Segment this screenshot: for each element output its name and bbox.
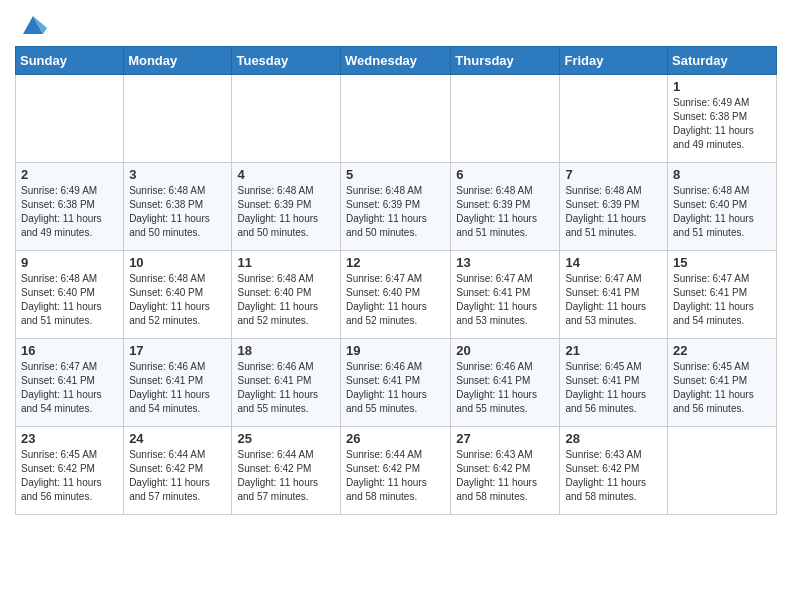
- day-info: Sunrise: 6:46 AM Sunset: 6:41 PM Dayligh…: [237, 360, 335, 416]
- day-number: 21: [565, 343, 662, 358]
- calendar-cell: 2Sunrise: 6:49 AM Sunset: 6:38 PM Daylig…: [16, 163, 124, 251]
- calendar-cell: [451, 75, 560, 163]
- day-number: 11: [237, 255, 335, 270]
- day-number: 24: [129, 431, 226, 446]
- day-header-sunday: Sunday: [16, 47, 124, 75]
- calendar-cell: 20Sunrise: 6:46 AM Sunset: 6:41 PM Dayli…: [451, 339, 560, 427]
- week-row-4: 23Sunrise: 6:45 AM Sunset: 6:42 PM Dayli…: [16, 427, 777, 515]
- day-info: Sunrise: 6:46 AM Sunset: 6:41 PM Dayligh…: [129, 360, 226, 416]
- calendar-cell: 4Sunrise: 6:48 AM Sunset: 6:39 PM Daylig…: [232, 163, 341, 251]
- calendar-cell: [560, 75, 668, 163]
- day-number: 14: [565, 255, 662, 270]
- day-info: Sunrise: 6:47 AM Sunset: 6:41 PM Dayligh…: [565, 272, 662, 328]
- calendar-cell: 25Sunrise: 6:44 AM Sunset: 6:42 PM Dayli…: [232, 427, 341, 515]
- day-info: Sunrise: 6:48 AM Sunset: 6:39 PM Dayligh…: [565, 184, 662, 240]
- day-header-tuesday: Tuesday: [232, 47, 341, 75]
- week-row-0: 1Sunrise: 6:49 AM Sunset: 6:38 PM Daylig…: [16, 75, 777, 163]
- day-header-thursday: Thursday: [451, 47, 560, 75]
- day-info: Sunrise: 6:48 AM Sunset: 6:39 PM Dayligh…: [346, 184, 445, 240]
- day-info: Sunrise: 6:49 AM Sunset: 6:38 PM Dayligh…: [21, 184, 118, 240]
- day-info: Sunrise: 6:48 AM Sunset: 6:40 PM Dayligh…: [21, 272, 118, 328]
- day-number: 2: [21, 167, 118, 182]
- day-number: 4: [237, 167, 335, 182]
- day-number: 5: [346, 167, 445, 182]
- calendar-cell: [16, 75, 124, 163]
- day-number: 3: [129, 167, 226, 182]
- day-number: 13: [456, 255, 554, 270]
- day-number: 1: [673, 79, 771, 94]
- calendar-cell: 12Sunrise: 6:47 AM Sunset: 6:40 PM Dayli…: [341, 251, 451, 339]
- week-row-1: 2Sunrise: 6:49 AM Sunset: 6:38 PM Daylig…: [16, 163, 777, 251]
- day-info: Sunrise: 6:49 AM Sunset: 6:38 PM Dayligh…: [673, 96, 771, 152]
- day-info: Sunrise: 6:48 AM Sunset: 6:39 PM Dayligh…: [237, 184, 335, 240]
- day-number: 27: [456, 431, 554, 446]
- day-info: Sunrise: 6:48 AM Sunset: 6:40 PM Dayligh…: [129, 272, 226, 328]
- day-number: 18: [237, 343, 335, 358]
- day-info: Sunrise: 6:47 AM Sunset: 6:41 PM Dayligh…: [456, 272, 554, 328]
- calendar-cell: [668, 427, 777, 515]
- calendar-cell: 22Sunrise: 6:45 AM Sunset: 6:41 PM Dayli…: [668, 339, 777, 427]
- day-info: Sunrise: 6:44 AM Sunset: 6:42 PM Dayligh…: [346, 448, 445, 504]
- header: [15, 10, 777, 38]
- day-info: Sunrise: 6:48 AM Sunset: 6:39 PM Dayligh…: [456, 184, 554, 240]
- day-header-wednesday: Wednesday: [341, 47, 451, 75]
- day-number: 23: [21, 431, 118, 446]
- calendar-cell: 14Sunrise: 6:47 AM Sunset: 6:41 PM Dayli…: [560, 251, 668, 339]
- day-header-saturday: Saturday: [668, 47, 777, 75]
- day-number: 20: [456, 343, 554, 358]
- day-number: 8: [673, 167, 771, 182]
- calendar-cell: 5Sunrise: 6:48 AM Sunset: 6:39 PM Daylig…: [341, 163, 451, 251]
- calendar-cell: 13Sunrise: 6:47 AM Sunset: 6:41 PM Dayli…: [451, 251, 560, 339]
- calendar-cell: 23Sunrise: 6:45 AM Sunset: 6:42 PM Dayli…: [16, 427, 124, 515]
- day-header-friday: Friday: [560, 47, 668, 75]
- day-number: 6: [456, 167, 554, 182]
- day-number: 17: [129, 343, 226, 358]
- calendar-cell: [341, 75, 451, 163]
- day-info: Sunrise: 6:44 AM Sunset: 6:42 PM Dayligh…: [237, 448, 335, 504]
- day-number: 10: [129, 255, 226, 270]
- day-info: Sunrise: 6:44 AM Sunset: 6:42 PM Dayligh…: [129, 448, 226, 504]
- day-number: 28: [565, 431, 662, 446]
- day-number: 7: [565, 167, 662, 182]
- days-header-row: SundayMondayTuesdayWednesdayThursdayFrid…: [16, 47, 777, 75]
- calendar-cell: 19Sunrise: 6:46 AM Sunset: 6:41 PM Dayli…: [341, 339, 451, 427]
- day-info: Sunrise: 6:45 AM Sunset: 6:42 PM Dayligh…: [21, 448, 118, 504]
- day-number: 12: [346, 255, 445, 270]
- calendar-cell: 21Sunrise: 6:45 AM Sunset: 6:41 PM Dayli…: [560, 339, 668, 427]
- page: SundayMondayTuesdayWednesdayThursdayFrid…: [0, 0, 792, 525]
- logo: [15, 10, 47, 38]
- day-info: Sunrise: 6:45 AM Sunset: 6:41 PM Dayligh…: [673, 360, 771, 416]
- calendar-cell: 11Sunrise: 6:48 AM Sunset: 6:40 PM Dayli…: [232, 251, 341, 339]
- day-info: Sunrise: 6:47 AM Sunset: 6:40 PM Dayligh…: [346, 272, 445, 328]
- calendar-cell: 3Sunrise: 6:48 AM Sunset: 6:38 PM Daylig…: [124, 163, 232, 251]
- day-header-monday: Monday: [124, 47, 232, 75]
- calendar-cell: 28Sunrise: 6:43 AM Sunset: 6:42 PM Dayli…: [560, 427, 668, 515]
- calendar-cell: 16Sunrise: 6:47 AM Sunset: 6:41 PM Dayli…: [16, 339, 124, 427]
- day-info: Sunrise: 6:45 AM Sunset: 6:41 PM Dayligh…: [565, 360, 662, 416]
- day-info: Sunrise: 6:46 AM Sunset: 6:41 PM Dayligh…: [456, 360, 554, 416]
- day-number: 16: [21, 343, 118, 358]
- day-number: 22: [673, 343, 771, 358]
- day-info: Sunrise: 6:48 AM Sunset: 6:40 PM Dayligh…: [237, 272, 335, 328]
- day-info: Sunrise: 6:43 AM Sunset: 6:42 PM Dayligh…: [456, 448, 554, 504]
- day-info: Sunrise: 6:47 AM Sunset: 6:41 PM Dayligh…: [21, 360, 118, 416]
- calendar-cell: 18Sunrise: 6:46 AM Sunset: 6:41 PM Dayli…: [232, 339, 341, 427]
- day-info: Sunrise: 6:43 AM Sunset: 6:42 PM Dayligh…: [565, 448, 662, 504]
- calendar-cell: 27Sunrise: 6:43 AM Sunset: 6:42 PM Dayli…: [451, 427, 560, 515]
- day-info: Sunrise: 6:47 AM Sunset: 6:41 PM Dayligh…: [673, 272, 771, 328]
- calendar: SundayMondayTuesdayWednesdayThursdayFrid…: [15, 46, 777, 515]
- calendar-cell: 6Sunrise: 6:48 AM Sunset: 6:39 PM Daylig…: [451, 163, 560, 251]
- calendar-body: 1Sunrise: 6:49 AM Sunset: 6:38 PM Daylig…: [16, 75, 777, 515]
- calendar-cell: [232, 75, 341, 163]
- calendar-cell: 24Sunrise: 6:44 AM Sunset: 6:42 PM Dayli…: [124, 427, 232, 515]
- logo-icon: [19, 10, 47, 38]
- calendar-cell: 26Sunrise: 6:44 AM Sunset: 6:42 PM Dayli…: [341, 427, 451, 515]
- week-row-2: 9Sunrise: 6:48 AM Sunset: 6:40 PM Daylig…: [16, 251, 777, 339]
- calendar-cell: 10Sunrise: 6:48 AM Sunset: 6:40 PM Dayli…: [124, 251, 232, 339]
- calendar-cell: 17Sunrise: 6:46 AM Sunset: 6:41 PM Dayli…: [124, 339, 232, 427]
- calendar-cell: 8Sunrise: 6:48 AM Sunset: 6:40 PM Daylig…: [668, 163, 777, 251]
- day-number: 26: [346, 431, 445, 446]
- calendar-header: SundayMondayTuesdayWednesdayThursdayFrid…: [16, 47, 777, 75]
- day-info: Sunrise: 6:46 AM Sunset: 6:41 PM Dayligh…: [346, 360, 445, 416]
- day-number: 19: [346, 343, 445, 358]
